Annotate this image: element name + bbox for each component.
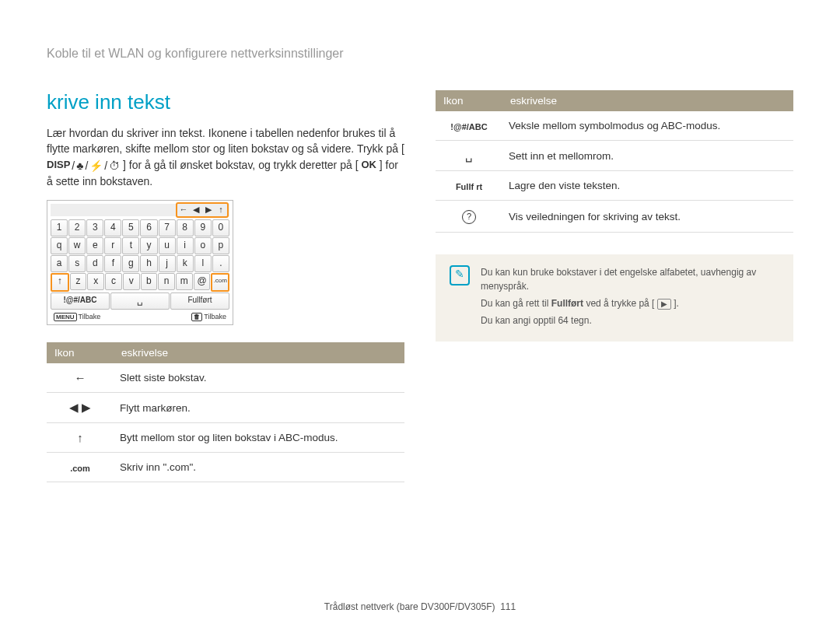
intro-text-a: Lær hvordan du skriver inn tekst. Ikonen… [47,127,404,155]
key[interactable]: b [141,273,158,290]
key[interactable]: 2 [68,219,86,236]
tool-up-icon: ↑ [215,204,227,216]
key[interactable]: 0 [212,219,229,236]
key[interactable]: v [123,273,140,290]
row-desc: Flytt markøren. [114,393,404,423]
footer-text: Trådløst nettverk (bare DV300F/DV305F) [324,601,495,612]
down-icon: ♣ [76,158,83,173]
key[interactable]: s [68,255,86,272]
shift-key[interactable]: ↑ [51,273,69,292]
key[interactable]: l [194,255,212,272]
key[interactable]: 5 [122,219,139,236]
key[interactable]: @ [194,273,211,290]
key[interactable]: t [122,237,139,254]
key[interactable]: i [177,237,194,254]
key-row-bottom: !@#/ABC ␣ Fullført [51,292,229,310]
key[interactable]: j [159,255,176,272]
th-desc: eskrivelse [502,90,793,111]
left-column: krive inn tekst Lær hvordan du skriver i… [47,90,404,482]
up-icon: ↑ [47,423,114,453]
table-row: !@#/ABC Veksle mellom symbolmodus og ABC… [436,111,793,141]
key[interactable]: f [104,255,121,272]
tool-back-icon: ← [177,204,190,216]
table-row: ? Vis veiledningen for skriving av tekst… [436,201,793,233]
key[interactable]: z [70,273,87,290]
key[interactable]: 1 [51,219,68,236]
timer-icon: ⏱ [109,158,120,173]
key[interactable]: a [51,255,68,272]
table-row: .com Skriv inn ".com". [47,453,404,482]
mode-key[interactable]: !@#/ABC [51,292,110,310]
key[interactable]: x [87,273,104,290]
nav-buttons-inline: DISP/♣/⚡/⏱ [47,158,120,173]
flash-icon: ⚡ [89,158,103,173]
table-row: ◀ ▶ Flytt markøren. [47,393,404,423]
ok-label: OK [361,158,376,173]
key[interactable]: r [104,237,121,254]
key[interactable]: 3 [86,219,103,236]
row-desc: Skriv inn ".com". [114,453,404,482]
done-key[interactable]: Fullført [170,292,229,310]
icon-table-left: Ikon eskrivelse ← Slett siste bokstav. ◀… [47,342,404,482]
disp-label: DISP [47,158,70,173]
play-button-icon: ▶ [657,299,671,310]
key[interactable]: 4 [104,219,121,236]
key-row-a: a s d f g h j k l . [51,255,229,272]
ok-button-inline: OK [361,158,376,173]
right-column: Ikon eskrivelse !@#/ABC Veksle mellom sy… [436,90,793,482]
th-desc: eskrivelse [114,342,404,363]
th-icon: Ikon [47,342,114,363]
intro-text-b: ] for å gå til ønsket bokstav, og trykk … [123,159,358,171]
help-icon: ? [436,201,502,233]
key[interactable]: 8 [177,219,194,236]
key[interactable]: q [51,237,68,254]
table-row: ␣ Sett inn et mellomrom. [436,141,793,171]
key[interactable]: c [105,273,122,290]
page-footer: Trådløst nettverk (bare DV300F/DV305F) 1… [0,601,840,612]
key[interactable]: e [86,237,103,254]
key[interactable]: m [176,273,193,290]
icon-table-right: Ikon eskrivelse !@#/ABC Veksle mellom sy… [436,90,793,233]
space-key[interactable]: ␣ [110,292,170,310]
th-icon: Ikon [436,90,502,111]
key[interactable]: . [212,255,229,272]
key[interactable]: 6 [140,219,157,236]
key-row-num: 1 2 3 4 5 6 7 8 9 0 [51,219,229,236]
mode-icon: !@#/ABC [436,111,502,141]
note-body: Du kan kun bruke bokstaver i det engelsk… [481,265,779,331]
breadcrumb: Koble til et WLAN og konfigurere nettver… [47,47,793,61]
key[interactable]: n [158,273,175,290]
note-line-1: Du kan kun bruke bokstaver i det engelsk… [481,265,779,293]
note-box: ✎ Du kan kun bruke bokstaver i det engel… [436,254,793,342]
key[interactable]: y [140,237,157,254]
keyboard-footer: MENUTilbake 🗑Tilbake [51,313,229,321]
trash-back-label: 🗑Tilbake [191,313,226,321]
key[interactable]: h [140,255,157,272]
key[interactable]: p [212,237,229,254]
key[interactable]: d [86,255,103,272]
table-row: ← Slett siste bokstav. [47,363,404,393]
row-desc: Bytt mellom stor og liten bokstav i ABC-… [114,423,404,453]
row-desc: Sett inn et mellomrom. [502,141,793,171]
note-icon: ✎ [450,265,470,285]
row-desc: Slett siste bokstav. [114,363,404,393]
space-icon: ␣ [436,141,502,171]
intro-paragraph: Lær hvordan du skriver inn tekst. Ikonen… [47,125,404,189]
table-row: ↑ Bytt mellom stor og liten bokstav i AB… [47,423,404,453]
row-desc: Veksle mellom symbolmodus og ABC-modus. [502,111,793,141]
tool-right-icon: ▶ [202,204,215,216]
key[interactable]: 7 [159,219,176,236]
key[interactable]: g [122,255,139,272]
key[interactable]: w [68,237,86,254]
dotcom-icon: .com [47,453,114,482]
key[interactable]: 9 [194,219,212,236]
note-line-2: Du kan gå rett til Fullført ved å trykke… [481,296,779,310]
key[interactable]: k [177,255,194,272]
key[interactable]: o [194,237,212,254]
key[interactable]: u [159,237,176,254]
dotcom-key[interactable]: .com [211,273,229,292]
onscreen-keyboard: ← ◀ ▶ ↑ 1 2 3 4 5 6 7 8 9 0 q w [47,200,233,325]
key-row-q: q w e r t y u i o p [51,237,229,254]
key-row-z: ↑ z x c v b n m @ .com [51,273,229,292]
keyboard-toolbar: ← ◀ ▶ ↑ [51,204,229,216]
